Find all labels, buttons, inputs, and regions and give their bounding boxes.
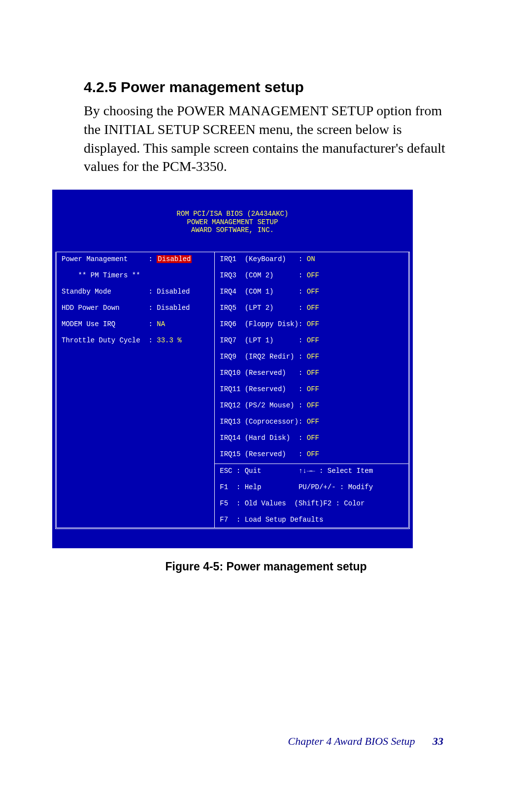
throttle-value[interactable]: 33.3 % bbox=[157, 336, 181, 344]
irq9-label: IRQ9 (IRQ2 Redir) : bbox=[220, 353, 306, 361]
irq13-value[interactable]: OFF bbox=[307, 418, 319, 426]
help-line4: F7 : Load Setup Defaults bbox=[220, 516, 403, 524]
modem-value[interactable]: NA bbox=[157, 320, 165, 328]
irq3-label: IRQ3 (COM 2) : bbox=[220, 271, 306, 279]
bios-help-footer: ESC : Quit ↑↓→← : Select Item F1 : Help … bbox=[215, 464, 408, 528]
irq4-value[interactable]: OFF bbox=[307, 288, 319, 296]
standby-value[interactable]: Disabled bbox=[157, 288, 190, 296]
irq11-value[interactable]: OFF bbox=[307, 385, 319, 393]
bios-left-panel: Power Management : Disabled ** PM Timers… bbox=[57, 252, 215, 528]
help-line2: F1 : Help PU/PD/+/- : Modify bbox=[220, 483, 403, 492]
bios-header-line3: AWARD SOFTWARE, INC. bbox=[191, 226, 274, 234]
bios-right-panel: IRQ1 (KeyBoard) : ON IRQ3 (COM 2) : OFF … bbox=[215, 252, 408, 528]
irq14-label: IRQ14 (Hard Disk) : bbox=[220, 434, 306, 442]
irq10-label: IRQ10 (Reserved) : bbox=[220, 369, 306, 377]
figure-caption: Figure 4-5: Power management setup bbox=[84, 560, 448, 573]
irq3-value[interactable]: OFF bbox=[307, 271, 319, 279]
pm-value-selected[interactable]: Disabled bbox=[157, 255, 192, 263]
section-heading: 4.2.5 Power management setup bbox=[84, 79, 448, 96]
modem-label: MODEM Use IRQ : bbox=[62, 320, 157, 328]
footer-page-number: 33 bbox=[432, 735, 443, 747]
hdd-value[interactable]: Disabled bbox=[157, 304, 190, 312]
footer-chapter: Chapter 4 Award BIOS Setup bbox=[288, 735, 415, 747]
irq7-value[interactable]: OFF bbox=[307, 336, 319, 344]
irq13-label: IRQ13 (Coprocessor): bbox=[220, 418, 306, 426]
bios-header-line2: POWER MANAGEMENT SETUP bbox=[187, 218, 278, 226]
irq10-value[interactable]: OFF bbox=[307, 369, 319, 377]
irq9-value[interactable]: OFF bbox=[307, 353, 319, 361]
page-footer: Chapter 4 Award BIOS Setup 33 bbox=[288, 735, 443, 748]
irq6-label: IRQ6 (Floppy Disk): bbox=[220, 320, 306, 328]
section-body-text: By choosing the POWER MANAGEMENT SETUP o… bbox=[84, 101, 448, 176]
pm-timers-heading: ** PM Timers ** bbox=[62, 271, 140, 279]
pm-label: Power Management : bbox=[62, 255, 157, 263]
irq5-label: IRQ5 (LPT 2) : bbox=[220, 304, 306, 312]
bios-header-line1: ROM PCI/ISA BIOS (2A434AKC) bbox=[177, 210, 289, 218]
irq6-value[interactable]: OFF bbox=[307, 320, 319, 328]
irq5-value[interactable]: OFF bbox=[307, 304, 319, 312]
irq15-value[interactable]: OFF bbox=[307, 450, 319, 458]
help-line1: ESC : Quit ↑↓→← : Select Item bbox=[220, 467, 403, 475]
irq7-label: IRQ7 (LPT 1) : bbox=[220, 336, 306, 344]
irq1-label: IRQ1 (KeyBoard) : bbox=[220, 255, 306, 263]
irq4-label: IRQ4 (COM 1) : bbox=[220, 288, 306, 296]
irq12-label: IRQ12 (PS/2 Mouse) : bbox=[220, 401, 306, 409]
standby-label: Standby Mode : bbox=[62, 288, 157, 296]
bios-irq-list: IRQ1 (KeyBoard) : ON IRQ3 (COM 2) : OFF … bbox=[215, 252, 408, 464]
bios-screenshot: ROM PCI/ISA BIOS (2A434AKC) POWER MANAGE… bbox=[52, 190, 413, 548]
irq1-value[interactable]: ON bbox=[307, 255, 315, 263]
irq14-value[interactable]: OFF bbox=[307, 434, 319, 442]
throttle-label: Throttle Duty Cycle : bbox=[62, 336, 157, 344]
bios-header: ROM PCI/ISA BIOS (2A434AKC) POWER MANAGE… bbox=[54, 208, 411, 235]
bios-body: Power Management : Disabled ** PM Timers… bbox=[55, 252, 410, 530]
hdd-label: HDD Power Down : bbox=[62, 304, 157, 312]
irq15-label: IRQ15 (Reserved) : bbox=[220, 450, 306, 458]
help-line3: F5 : Old Values (Shift)F2 : Color bbox=[220, 499, 403, 508]
irq12-value[interactable]: OFF bbox=[307, 401, 319, 409]
irq11-label: IRQ11 (Reserved) : bbox=[220, 385, 306, 393]
